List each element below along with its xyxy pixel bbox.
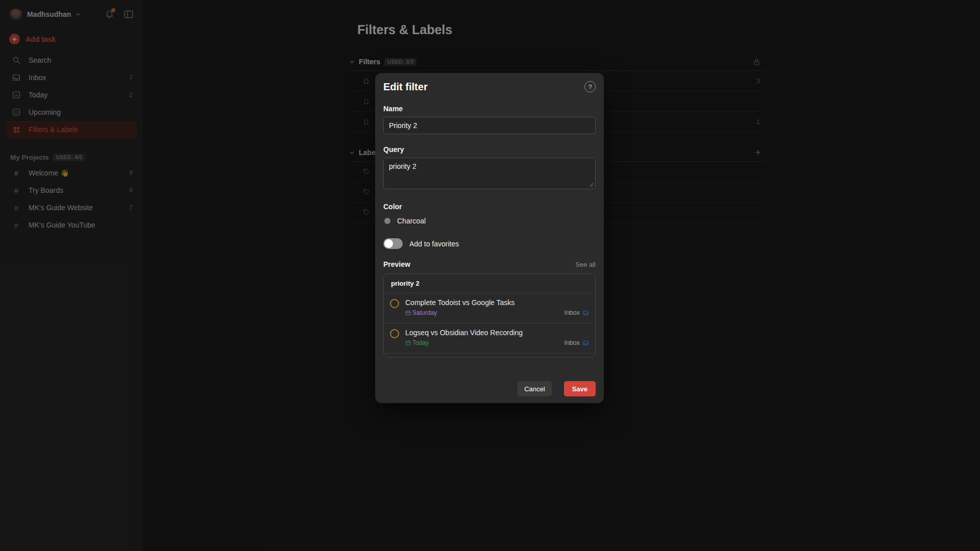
edit-filter-modal: Edit filter ? Name Query priority 2 Colo… <box>375 73 604 403</box>
preview-task-row: Complete Todoist vs Google Tasks Saturda… <box>384 293 595 323</box>
name-field-label: Name <box>383 105 596 113</box>
question-mark-icon: ? <box>588 83 592 91</box>
favorites-toggle[interactable] <box>383 238 403 249</box>
favorites-label: Add to favorites <box>409 240 459 248</box>
preview-query-title: priority 2 <box>384 274 595 293</box>
preview-box: priority 2 Complete Todoist vs Google Ta… <box>383 273 596 358</box>
color-select[interactable]: Charcoal <box>383 217 596 225</box>
task-title: Logseq vs Obsidian Video Recording <box>405 323 595 337</box>
save-button[interactable]: Save <box>564 381 596 396</box>
filter-query-textarea[interactable]: priority 2 <box>383 158 596 189</box>
calendar-icon <box>405 310 411 316</box>
modal-title: Edit filter <box>383 81 428 93</box>
inbox-icon <box>582 340 589 346</box>
calendar-icon <box>405 340 411 346</box>
cancel-button[interactable]: Cancel <box>518 381 551 396</box>
due-date: Today <box>405 339 429 346</box>
due-date: Saturday <box>405 309 437 316</box>
color-field-label: Color <box>383 203 596 211</box>
help-button[interactable]: ? <box>584 81 596 92</box>
query-field-label: Query <box>383 145 596 154</box>
color-swatch <box>384 218 390 224</box>
color-value: Charcoal <box>397 217 426 225</box>
task-checkbox-priority2[interactable] <box>390 329 399 338</box>
task-title: Complete Todoist vs Google Tasks <box>405 293 595 307</box>
preview-label: Preview <box>383 260 410 268</box>
task-checkbox-priority2[interactable] <box>390 299 399 308</box>
see-all-link[interactable]: See all <box>575 261 596 268</box>
toggle-knob <box>384 239 393 248</box>
filter-name-input[interactable] <box>383 117 596 134</box>
todoist-app: Madhsudhan + Add task Search <box>0 0 980 551</box>
task-project: Inbox <box>564 339 595 346</box>
task-project: Inbox <box>564 309 595 316</box>
resize-handle-icon[interactable] <box>589 183 594 187</box>
preview-task-row: Logseq vs Obsidian Video Recording Today… <box>384 323 595 354</box>
inbox-icon <box>582 310 589 316</box>
